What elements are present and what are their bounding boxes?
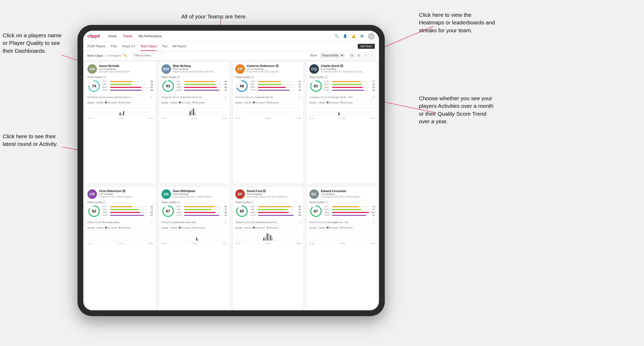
player-card[interactable]: DB Dave Billingham Plus Handicap Sng Mag… (159, 187, 230, 309)
quality-info-icon[interactable]: i (177, 76, 180, 78)
player-card[interactable]: CR Chris Robertson✓ 1-5 Handicap Craigmi… (85, 187, 156, 309)
stat-bar-bg (110, 90, 147, 91)
sort-btn[interactable]: ↕ (370, 53, 375, 58)
circle-gauge[interactable]: 87 (162, 205, 175, 218)
player-name[interactable]: Charlie Quick✓ (321, 64, 375, 67)
player-name[interactable]: Blair McHarg (173, 64, 227, 67)
last-round-arrow[interactable]: → (372, 95, 375, 99)
on-course-legend: On course (179, 102, 191, 104)
stat-bars: OTT 77 APP 80 ARG 83 PU (325, 80, 375, 92)
circle-gauge[interactable]: 93 (162, 79, 175, 93)
nav-item-performance[interactable]: My Performance (138, 34, 162, 38)
player-name[interactable]: Aaron Nicholls (99, 64, 153, 67)
activity-period: Activity · 1 Month (309, 102, 325, 104)
off-course-legend: Off course (193, 102, 205, 104)
circle-gauge[interactable]: 74 (87, 79, 101, 93)
quality-info-icon[interactable]: i (325, 201, 328, 204)
toolbar: Team Clippd | 14 Players ✏️ Show: Player… (83, 51, 379, 60)
player-name[interactable]: David Ford✓ (247, 189, 301, 193)
on-course-bar (263, 238, 264, 241)
stat-row-putt: PUTT 85 (251, 89, 301, 91)
player-card[interactable]: AN Aaron Nicholls 11-15 Handicap Drift G… (85, 61, 156, 184)
stat-bar-fill (184, 212, 216, 213)
show-select[interactable]: Player Activity Quality Trend (320, 53, 344, 58)
player-name[interactable]: Dave Billingham (173, 189, 227, 193)
last-round: 26 Aug 23 | 73 (+1), Royal North Devon G… (162, 94, 227, 100)
quality-display: 93 OTT 84 APP 85 ARG (162, 79, 227, 93)
stat-row-arg: ARG 88 (177, 86, 227, 88)
quality-info-icon[interactable]: i (103, 76, 106, 78)
player-info: Cameron Robertson✓ 11-15 Handicap Royal … (247, 64, 301, 73)
last-round-arrow[interactable]: → (224, 221, 227, 224)
nav-item-home[interactable]: Home (108, 34, 117, 38)
last-round-arrow[interactable]: → (150, 95, 153, 99)
player-card[interactable]: CR Cameron Robertson✓ 11-15 Handicap Roy… (232, 61, 304, 184)
player-header: BM Blair McHarg Plus Handicap Royal Nort… (162, 64, 227, 74)
subnav-allplayers[interactable]: All Players (173, 42, 186, 51)
player-name[interactable]: Edward Crossman (321, 189, 375, 193)
quality-info-icon[interactable]: i (325, 76, 328, 78)
quality-info-icon[interactable]: i (103, 201, 106, 204)
player-info: Charlie Quick✓ 6-10 Handicap St. George'… (321, 64, 375, 73)
stat-label-app: APP (177, 208, 183, 211)
stat-value-ott: 77 (370, 80, 375, 83)
last-round-arrow[interactable]: → (224, 95, 227, 99)
stat-label-arg: ARG (325, 86, 331, 88)
filter-btn[interactable]: ▽ (363, 53, 368, 58)
quality-label: Player Quality i (162, 201, 227, 204)
player-card[interactable]: EC Edward Crossman 1-5 Handicap Sunningd… (307, 187, 378, 309)
avatar[interactable]: P (368, 33, 375, 40)
circle-gauge[interactable]: 82 (87, 205, 101, 218)
gridline (309, 233, 375, 233)
stat-value-ott: 60 (148, 205, 153, 208)
subnav-tour[interactable]: Tour (162, 42, 167, 51)
settings-icon[interactable]: ⚙️ (360, 34, 364, 39)
chart-label-end: 4 Sep (296, 117, 301, 119)
bell-icon[interactable]: 🔔 (351, 34, 356, 39)
stat-bar-bg (258, 90, 295, 91)
subnav-pgat[interactable]: PGAT Players (87, 42, 106, 51)
on-course-legend: On course (105, 102, 117, 104)
player-info: David Ford✓ Plus Handicap Royal North De… (247, 189, 301, 198)
stat-row-putt: PUTT 86 (325, 89, 375, 91)
stat-bar-bg (332, 206, 369, 207)
edit-icon[interactable]: ✏️ (123, 54, 127, 57)
player-name[interactable]: Cameron Robertson✓ (247, 64, 301, 67)
stat-bar-fill (110, 209, 139, 210)
last-round-arrow[interactable]: → (150, 221, 153, 224)
on-course-legend: On course (327, 227, 339, 229)
circle-gauge[interactable]: 68 (235, 79, 248, 93)
subnav-pga[interactable]: PGA (111, 42, 117, 51)
quality-info-icon[interactable]: i (251, 76, 253, 78)
quality-info-icon[interactable]: i (251, 201, 253, 204)
circle-gauge[interactable]: 87 (309, 205, 323, 218)
on-course-legend: On course (253, 102, 265, 104)
stat-bar-bg (110, 209, 147, 210)
last-round-arrow[interactable]: → (298, 221, 301, 224)
chart-label-end: 4 Sep (370, 242, 375, 244)
quality-info-icon[interactable]: i (177, 201, 180, 204)
stat-bar-bg (110, 206, 147, 207)
player-card[interactable]: CQ Charlie Quick✓ 6-10 Handicap St. Geor… (307, 61, 378, 184)
profile-icon[interactable]: 👤 (343, 34, 347, 39)
subnav-hcaps[interactable]: Hcaps 1-5 (122, 42, 135, 51)
circle-gauge[interactable]: 83 (309, 79, 323, 93)
player-card[interactable]: DF David Ford✓ Plus Handicap Royal North… (232, 187, 304, 309)
add-team-button[interactable]: Add Team (358, 44, 375, 49)
player-name[interactable]: Chris Robertson✓ (99, 189, 153, 193)
activity-period: Activity · 1 Month (162, 227, 178, 229)
circle-gauge[interactable]: 85 (235, 205, 248, 218)
on-course-legend: On course (253, 227, 265, 229)
player-card[interactable]: BM Blair McHarg Plus Handicap Royal Nort… (159, 61, 230, 184)
nav-item-teams[interactable]: Teams (123, 34, 132, 38)
last-round-arrow[interactable]: → (372, 221, 375, 224)
stat-label-app: APP (251, 208, 257, 211)
last-round-arrow[interactable]: → (298, 95, 301, 99)
list-view-btn[interactable]: ☰ (356, 53, 362, 58)
search-icon[interactable]: 🔍 (334, 34, 339, 39)
grid-view-btn[interactable]: ⊞ (349, 53, 355, 58)
stat-value-app: 63 (296, 83, 301, 86)
filter-input[interactable] (132, 53, 163, 58)
subnav-teamclippd[interactable]: Team Clippd (141, 42, 157, 51)
chart-labels: 31 Jul 21 Aug 4 Sep (87, 242, 153, 244)
